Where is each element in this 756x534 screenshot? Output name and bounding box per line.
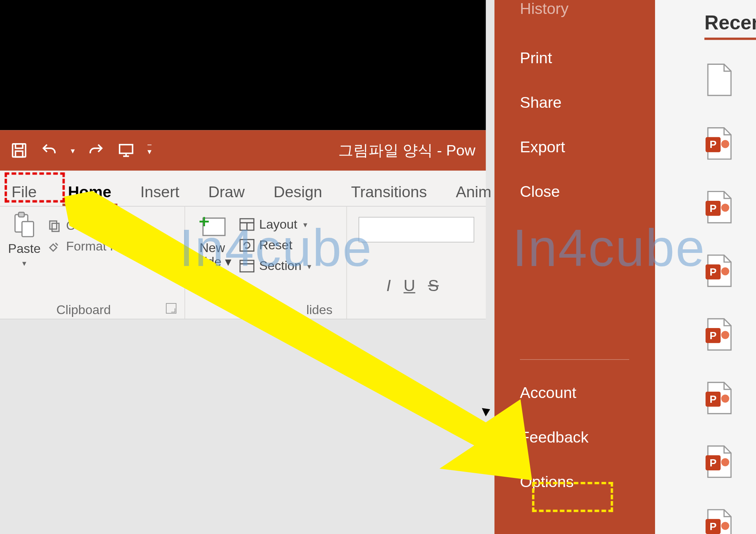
recent-pptx-icon[interactable]: P — [704, 509, 733, 534]
new-slide-label-1: New — [200, 241, 225, 255]
group-slides: NewSlide ▾ Layout▾ Reset Section▾ — [185, 206, 347, 318]
svg-point-35 — [721, 458, 729, 466]
copy-label: Cop — [66, 218, 89, 233]
reset-label: Reset — [259, 238, 293, 253]
recent-pptx-icon[interactable]: P — [704, 127, 733, 160]
recent-pptx-icon[interactable]: P — [704, 381, 733, 415]
tab-transitions[interactable]: Transitions — [345, 178, 433, 206]
recent-heading: Recent — [704, 12, 756, 40]
tab-design[interactable]: Design — [268, 178, 328, 206]
undo-icon[interactable] — [41, 142, 58, 159]
tab-draw[interactable]: Draw — [202, 178, 250, 206]
svg-text:P: P — [709, 138, 716, 150]
layout-button[interactable]: Layout▾ — [239, 217, 311, 232]
backstage-feedback[interactable]: Feedback — [494, 421, 655, 455]
tab-animations[interactable]: Anim — [450, 178, 497, 206]
qat-customize-icon[interactable]: ▾ — [147, 145, 151, 156]
slides-group-label: lides — [193, 299, 338, 318]
paste-label: Paste — [8, 241, 41, 256]
svg-rect-7 — [50, 221, 57, 229]
svg-point-26 — [721, 267, 729, 275]
ribbon-home: Paste ▾ Cop Format Pai Clipboard — [0, 206, 486, 319]
backstage-share[interactable]: Share — [494, 85, 655, 120]
svg-rect-15 — [240, 239, 254, 251]
svg-text:P: P — [709, 520, 716, 532]
svg-text:P: P — [709, 393, 716, 405]
copy-button[interactable]: Cop — [48, 218, 128, 233]
save-icon[interactable] — [10, 142, 28, 159]
svg-text:P: P — [709, 202, 716, 214]
paste-dropdown-icon[interactable]: ▾ — [22, 258, 26, 268]
backstage-print[interactable]: Print — [494, 41, 655, 75]
section-label: Section — [259, 258, 302, 274]
backstage-export[interactable]: Export — [494, 130, 655, 164]
tab-home[interactable]: Home — [62, 178, 117, 206]
svg-rect-6 — [22, 221, 33, 237]
quick-access-toolbar: ▾ ▾ 그림파일 양식 - Pow — [0, 130, 486, 171]
recent-blank-doc-icon[interactable] — [704, 63, 733, 97]
svg-point-29 — [721, 331, 729, 339]
group-clipboard: Paste ▾ Cop Format Pai Clipboard — [0, 206, 185, 318]
reset-button[interactable]: Reset — [239, 238, 311, 253]
new-slide-button[interactable]: NewSlide ▾ — [193, 211, 231, 274]
undo-dropdown-icon[interactable]: ▾ — [71, 146, 75, 155]
slide-canvas-area — [0, 319, 494, 534]
recent-pptx-icon[interactable]: P — [704, 445, 733, 478]
svg-rect-8 — [52, 223, 59, 231]
svg-rect-16 — [240, 260, 254, 272]
clipboard-launcher-icon[interactable] — [166, 303, 176, 313]
svg-point-32 — [721, 394, 729, 402]
backstage-options[interactable]: Options — [494, 465, 655, 499]
svg-rect-1 — [16, 144, 23, 148]
recent-pptx-icon[interactable]: P — [704, 190, 733, 224]
window-title: 그림파일 양식 - Pow — [338, 140, 475, 161]
slideshow-icon[interactable] — [117, 142, 135, 159]
backstage-separator — [520, 359, 629, 360]
format-painter-label: Format Pai — [66, 239, 128, 254]
backstage-menu: History Print Share Export Close Account… — [494, 0, 655, 534]
svg-text:P: P — [709, 457, 716, 469]
svg-point-38 — [721, 522, 729, 530]
svg-rect-3 — [120, 145, 133, 153]
recent-pptx-icon[interactable]: P — [704, 254, 733, 287]
dark-header-region — [0, 0, 486, 130]
recent-panel: Recent P P P P P P P — [655, 0, 756, 534]
backstage-history[interactable]: History — [494, 0, 655, 26]
clipboard-group-label: Clipboard — [8, 299, 159, 318]
svg-text:P: P — [709, 330, 716, 342]
svg-point-23 — [721, 204, 729, 212]
redo-icon[interactable] — [87, 142, 105, 159]
svg-rect-2 — [16, 151, 23, 157]
recent-pptx-icon[interactable]: P — [704, 318, 733, 351]
underline-button[interactable]: U — [403, 276, 415, 295]
group-font: I U S — [347, 206, 486, 318]
section-button[interactable]: Section▾ — [239, 258, 311, 274]
tab-file[interactable]: File — [4, 179, 45, 206]
svg-text:P: P — [709, 266, 716, 278]
font-name-input[interactable] — [359, 217, 474, 243]
ribbon-tabs: File Home Insert Draw Design Transitions… — [0, 171, 486, 206]
svg-rect-5 — [19, 212, 25, 217]
backstage-account[interactable]: Account — [494, 376, 655, 410]
layout-label: Layout — [259, 217, 297, 232]
new-slide-label-2: Slide — [193, 254, 221, 269]
backstage-close[interactable]: Close — [494, 175, 655, 209]
paste-button[interactable]: Paste ▾ — [8, 211, 41, 268]
format-painter-button[interactable]: Format Pai — [48, 239, 128, 254]
tab-insert[interactable]: Insert — [134, 178, 185, 206]
italic-button[interactable]: I — [386, 276, 391, 295]
svg-point-20 — [721, 140, 729, 148]
new-slide-dropdown-icon[interactable]: ▾ — [225, 254, 231, 269]
strikethrough-button[interactable]: S — [428, 276, 439, 295]
